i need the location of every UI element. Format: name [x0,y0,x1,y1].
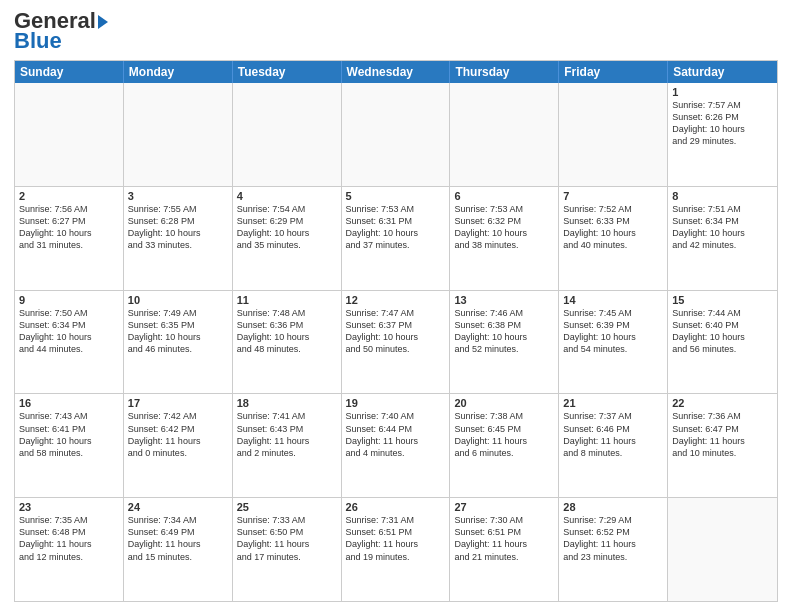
day-info: Sunrise: 7:30 AM Sunset: 6:51 PM Dayligh… [454,514,554,563]
day-number: 16 [19,397,119,409]
day-cell-27: 27Sunrise: 7:30 AM Sunset: 6:51 PM Dayli… [450,498,559,601]
logo: General Blue [14,10,108,54]
empty-cell [450,83,559,186]
calendar-row-3: 16Sunrise: 7:43 AM Sunset: 6:41 PM Dayli… [15,394,777,498]
day-info: Sunrise: 7:53 AM Sunset: 6:32 PM Dayligh… [454,203,554,252]
day-number: 22 [672,397,773,409]
empty-cell [342,83,451,186]
day-cell-4: 4Sunrise: 7:54 AM Sunset: 6:29 PM Daylig… [233,187,342,290]
day-cell-28: 28Sunrise: 7:29 AM Sunset: 6:52 PM Dayli… [559,498,668,601]
empty-cell [15,83,124,186]
day-cell-14: 14Sunrise: 7:45 AM Sunset: 6:39 PM Dayli… [559,291,668,394]
day-info: Sunrise: 7:44 AM Sunset: 6:40 PM Dayligh… [672,307,773,356]
day-cell-23: 23Sunrise: 7:35 AM Sunset: 6:48 PM Dayli… [15,498,124,601]
day-cell-24: 24Sunrise: 7:34 AM Sunset: 6:49 PM Dayli… [124,498,233,601]
day-info: Sunrise: 7:56 AM Sunset: 6:27 PM Dayligh… [19,203,119,252]
day-info: Sunrise: 7:52 AM Sunset: 6:33 PM Dayligh… [563,203,663,252]
day-cell-1: 1Sunrise: 7:57 AM Sunset: 6:26 PM Daylig… [668,83,777,186]
day-info: Sunrise: 7:53 AM Sunset: 6:31 PM Dayligh… [346,203,446,252]
calendar-row-2: 9Sunrise: 7:50 AM Sunset: 6:34 PM Daylig… [15,291,777,395]
day-number: 3 [128,190,228,202]
day-info: Sunrise: 7:33 AM Sunset: 6:50 PM Dayligh… [237,514,337,563]
day-cell-21: 21Sunrise: 7:37 AM Sunset: 6:46 PM Dayli… [559,394,668,497]
day-number: 17 [128,397,228,409]
day-number: 10 [128,294,228,306]
day-number: 4 [237,190,337,202]
calendar-row-1: 2Sunrise: 7:56 AM Sunset: 6:27 PM Daylig… [15,187,777,291]
day-cell-12: 12Sunrise: 7:47 AM Sunset: 6:37 PM Dayli… [342,291,451,394]
calendar-body: 1Sunrise: 7:57 AM Sunset: 6:26 PM Daylig… [15,83,777,601]
day-cell-26: 26Sunrise: 7:31 AM Sunset: 6:51 PM Dayli… [342,498,451,601]
day-number: 6 [454,190,554,202]
day-cell-13: 13Sunrise: 7:46 AM Sunset: 6:38 PM Dayli… [450,291,559,394]
day-info: Sunrise: 7:49 AM Sunset: 6:35 PM Dayligh… [128,307,228,356]
header-day-thursday: Thursday [450,61,559,83]
day-cell-2: 2Sunrise: 7:56 AM Sunset: 6:27 PM Daylig… [15,187,124,290]
day-number: 5 [346,190,446,202]
day-info: Sunrise: 7:40 AM Sunset: 6:44 PM Dayligh… [346,410,446,459]
day-info: Sunrise: 7:37 AM Sunset: 6:46 PM Dayligh… [563,410,663,459]
header-day-saturday: Saturday [668,61,777,83]
day-number: 25 [237,501,337,513]
day-number: 18 [237,397,337,409]
header-day-tuesday: Tuesday [233,61,342,83]
day-cell-7: 7Sunrise: 7:52 AM Sunset: 6:33 PM Daylig… [559,187,668,290]
header-day-friday: Friday [559,61,668,83]
day-cell-18: 18Sunrise: 7:41 AM Sunset: 6:43 PM Dayli… [233,394,342,497]
day-info: Sunrise: 7:35 AM Sunset: 6:48 PM Dayligh… [19,514,119,563]
empty-cell [559,83,668,186]
day-info: Sunrise: 7:55 AM Sunset: 6:28 PM Dayligh… [128,203,228,252]
day-number: 9 [19,294,119,306]
day-number: 11 [237,294,337,306]
day-cell-8: 8Sunrise: 7:51 AM Sunset: 6:34 PM Daylig… [668,187,777,290]
day-info: Sunrise: 7:38 AM Sunset: 6:45 PM Dayligh… [454,410,554,459]
day-number: 1 [672,86,773,98]
day-cell-25: 25Sunrise: 7:33 AM Sunset: 6:50 PM Dayli… [233,498,342,601]
day-number: 8 [672,190,773,202]
day-info: Sunrise: 7:31 AM Sunset: 6:51 PM Dayligh… [346,514,446,563]
day-cell-3: 3Sunrise: 7:55 AM Sunset: 6:28 PM Daylig… [124,187,233,290]
logo-blue-text: Blue [14,28,62,54]
day-number: 12 [346,294,446,306]
day-info: Sunrise: 7:36 AM Sunset: 6:47 PM Dayligh… [672,410,773,459]
day-number: 28 [563,501,663,513]
day-number: 24 [128,501,228,513]
day-cell-9: 9Sunrise: 7:50 AM Sunset: 6:34 PM Daylig… [15,291,124,394]
day-number: 15 [672,294,773,306]
day-cell-6: 6Sunrise: 7:53 AM Sunset: 6:32 PM Daylig… [450,187,559,290]
day-number: 23 [19,501,119,513]
day-info: Sunrise: 7:34 AM Sunset: 6:49 PM Dayligh… [128,514,228,563]
day-cell-20: 20Sunrise: 7:38 AM Sunset: 6:45 PM Dayli… [450,394,559,497]
day-cell-16: 16Sunrise: 7:43 AM Sunset: 6:41 PM Dayli… [15,394,124,497]
day-cell-22: 22Sunrise: 7:36 AM Sunset: 6:47 PM Dayli… [668,394,777,497]
day-cell-15: 15Sunrise: 7:44 AM Sunset: 6:40 PM Dayli… [668,291,777,394]
day-info: Sunrise: 7:45 AM Sunset: 6:39 PM Dayligh… [563,307,663,356]
day-info: Sunrise: 7:41 AM Sunset: 6:43 PM Dayligh… [237,410,337,459]
day-info: Sunrise: 7:51 AM Sunset: 6:34 PM Dayligh… [672,203,773,252]
day-number: 27 [454,501,554,513]
empty-cell [124,83,233,186]
header-day-sunday: Sunday [15,61,124,83]
day-cell-5: 5Sunrise: 7:53 AM Sunset: 6:31 PM Daylig… [342,187,451,290]
day-cell-19: 19Sunrise: 7:40 AM Sunset: 6:44 PM Dayli… [342,394,451,497]
day-number: 20 [454,397,554,409]
day-number: 14 [563,294,663,306]
day-number: 7 [563,190,663,202]
day-number: 21 [563,397,663,409]
empty-cell [668,498,777,601]
day-info: Sunrise: 7:46 AM Sunset: 6:38 PM Dayligh… [454,307,554,356]
day-info: Sunrise: 7:43 AM Sunset: 6:41 PM Dayligh… [19,410,119,459]
calendar: SundayMondayTuesdayWednesdayThursdayFrid… [14,60,778,602]
day-number: 13 [454,294,554,306]
day-info: Sunrise: 7:54 AM Sunset: 6:29 PM Dayligh… [237,203,337,252]
header-day-wednesday: Wednesday [342,61,451,83]
header-day-monday: Monday [124,61,233,83]
day-info: Sunrise: 7:47 AM Sunset: 6:37 PM Dayligh… [346,307,446,356]
day-number: 19 [346,397,446,409]
day-info: Sunrise: 7:57 AM Sunset: 6:26 PM Dayligh… [672,99,773,148]
day-info: Sunrise: 7:50 AM Sunset: 6:34 PM Dayligh… [19,307,119,356]
logo-arrow-icon [98,15,108,29]
header: General Blue [14,10,778,54]
day-number: 2 [19,190,119,202]
empty-cell [233,83,342,186]
